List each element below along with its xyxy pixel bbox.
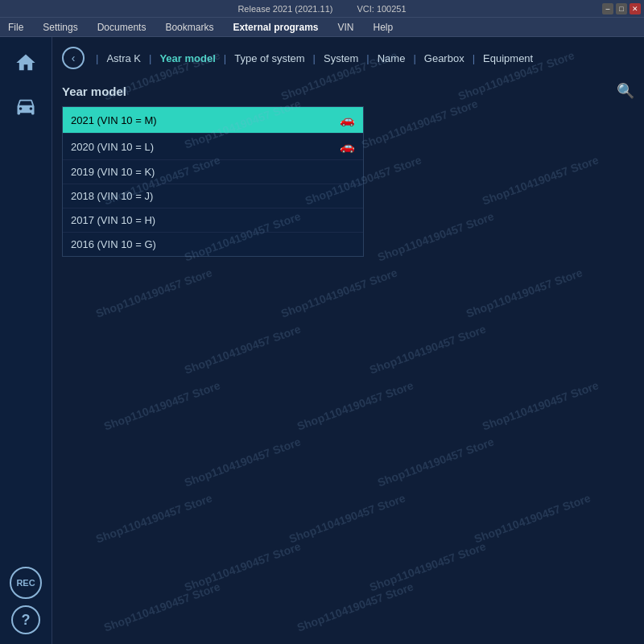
- watermark-text: Shop1104190457 Store: [368, 539, 488, 593]
- year-model-section: Year model 🔍 2021 (VIN 10 = M)🚗2020 (VIN…: [62, 82, 634, 257]
- section-header: Year model 🔍: [62, 82, 634, 100]
- menu-item-bookmarks[interactable]: Bookmarks: [162, 20, 217, 35]
- car-icon: [14, 95, 37, 118]
- close-button[interactable]: ✕: [630, 3, 641, 14]
- search-button[interactable]: 🔍: [617, 82, 634, 100]
- breadcrumb-item-astra-k[interactable]: Astra K: [103, 51, 144, 66]
- breadcrumb-sep-4: |: [366, 52, 369, 64]
- menu-bar: FileSettingsDocumentsBookmarksExternal p…: [0, 18, 644, 37]
- title-info: Release 2021 (2021.11) VCI: 100251: [237, 4, 406, 14]
- maximize-button[interactable]: □: [616, 3, 627, 14]
- breadcrumb-item-gearbox[interactable]: Gearbox: [421, 51, 468, 66]
- title-bar: Release 2021 (2021.11) VCI: 100251 – □ ✕: [0, 0, 644, 18]
- year-list-item[interactable]: 2020 (VIN 10 = L)🚗: [63, 134, 363, 160]
- vci-label: VCI: 100251: [357, 4, 406, 14]
- watermark-text: Shop1104190457 Store: [102, 580, 222, 634]
- section-title: Year model: [62, 85, 126, 98]
- year-item-label: 2016 (VIN 10 = G): [71, 238, 156, 250]
- watermark-text: Shop1104190457 Store: [287, 491, 407, 545]
- year-item-label: 2019 (VIN 10 = K): [71, 166, 155, 178]
- year-list-item[interactable]: 2018 (VIN 10 = J): [63, 184, 363, 208]
- year-item-label: 2018 (VIN 10 = J): [71, 190, 153, 202]
- watermark-text: Shop1104190457 Store: [183, 435, 303, 489]
- year-list-item[interactable]: 2021 (VIN 10 = M)🚗: [63, 107, 363, 134]
- menu-item-external-programs[interactable]: External programs: [229, 20, 321, 35]
- watermark-text: Shop1104190457 Store: [473, 491, 592, 545]
- year-list: 2021 (VIN 10 = M)🚗2020 (VIN 10 = L)🚗2019…: [62, 106, 364, 257]
- breadcrumb-separator: |: [96, 52, 98, 64]
- release-label: Release 2021 (2021.11): [237, 4, 332, 14]
- watermark-text: Shop1104190457 Store: [94, 266, 214, 320]
- watermark-text: Shop1104190457 Store: [464, 266, 584, 320]
- car-button[interactable]: [8, 89, 43, 124]
- watermark-text: Shop1104190457 Store: [295, 378, 415, 432]
- watermark-text: Shop1104190457 Store: [94, 491, 214, 545]
- sidebar-bottom: REC ?: [10, 567, 42, 644]
- breadcrumb-sep-2: |: [224, 52, 226, 64]
- menu-item-vin[interactable]: VIN: [334, 20, 357, 35]
- content-area: Shop1104190457 StoreShop1104190457 Store…: [52, 37, 644, 644]
- breadcrumb-sep-6: |: [473, 52, 475, 64]
- breadcrumb-item-equipment[interactable]: Equipment: [480, 51, 536, 66]
- minimize-button[interactable]: –: [602, 3, 613, 14]
- window-controls[interactable]: – □ ✕: [602, 3, 641, 14]
- main-layout: REC ? Shop1104190457 StoreShop1104190457…: [0, 37, 644, 644]
- home-button[interactable]: [8, 45, 43, 80]
- menu-item-file[interactable]: File: [5, 20, 27, 35]
- year-item-car-icon: 🚗: [340, 113, 355, 127]
- menu-item-documents[interactable]: Documents: [94, 20, 150, 35]
- year-item-label: 2021 (VIN 10 = M): [71, 114, 157, 126]
- watermark-text: Shop1104190457 Store: [376, 435, 496, 489]
- watermark-text: Shop1104190457 Store: [295, 580, 415, 634]
- breadcrumb-sep-5: |: [413, 52, 415, 64]
- year-list-item[interactable]: 2016 (VIN 10 = G): [63, 233, 363, 256]
- rec-button[interactable]: REC: [10, 567, 42, 599]
- breadcrumb-item-type-of-system[interactable]: Type of system: [231, 51, 308, 66]
- year-list-item[interactable]: 2019 (VIN 10 = K): [63, 160, 363, 184]
- watermark-text: Shop1104190457 Store: [183, 322, 303, 376]
- sidebar: REC ?: [0, 37, 52, 644]
- breadcrumb-sep-1: |: [149, 52, 151, 64]
- menu-item-help[interactable]: Help: [370, 20, 397, 35]
- year-item-label: 2017 (VIN 10 = H): [71, 214, 155, 226]
- watermark-text: Shop1104190457 Store: [481, 378, 601, 432]
- home-icon: [14, 52, 37, 74]
- watermark-text: Shop1104190457 Store: [102, 378, 222, 432]
- back-icon: ‹: [72, 52, 76, 64]
- year-list-item[interactable]: 2017 (VIN 10 = H): [63, 208, 363, 233]
- breadcrumb-item-year-model[interactable]: Year model: [156, 51, 218, 66]
- watermark-text: Shop1104190457 Store: [368, 322, 488, 376]
- breadcrumb-sep-3: |: [313, 52, 316, 64]
- watermark-text: Shop1104190457 Store: [183, 539, 303, 593]
- breadcrumb-item-name[interactable]: Name: [374, 51, 409, 66]
- back-button[interactable]: ‹: [62, 47, 85, 69]
- menu-item-settings[interactable]: Settings: [39, 20, 80, 35]
- help-button[interactable]: ?: [11, 605, 40, 634]
- breadcrumb: ‹ | Astra K|Year model|Type of system|Sy…: [62, 47, 634, 69]
- breadcrumb-item-system[interactable]: System: [320, 51, 361, 66]
- year-item-car-icon: 🚗: [340, 139, 355, 154]
- watermark-text: Shop1104190457 Store: [279, 266, 399, 320]
- year-item-label: 2020 (VIN 10 = L): [71, 141, 154, 153]
